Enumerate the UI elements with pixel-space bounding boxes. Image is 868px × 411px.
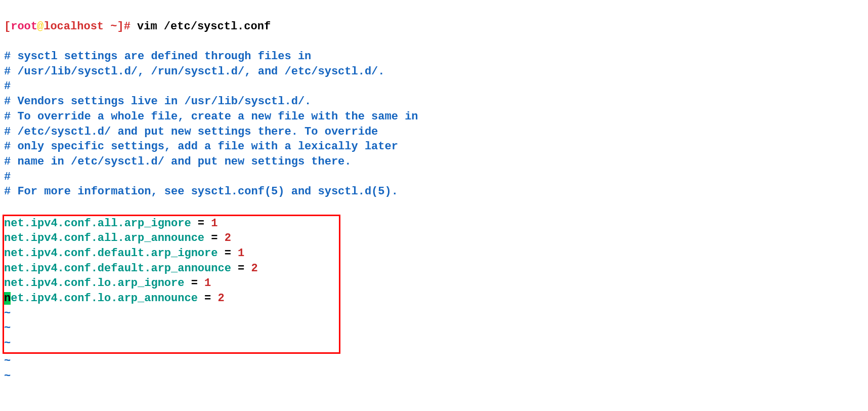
comment-line-9: # — [4, 171, 11, 183]
prompt-close-bracket: ] — [117, 20, 123, 33]
prompt-user: root — [11, 20, 37, 33]
comment-line-3: # — [4, 80, 11, 93]
vim-tilde: ~ — [4, 355, 11, 367]
comment-line-1: # sysctl settings are defined through fi… — [4, 50, 311, 63]
vim-tilde: ~ — [4, 307, 11, 320]
terminal-output[interactable]: [root@localhost ~]# vim /etc/sysctl.conf… — [4, 4, 864, 384]
conf-val-6: 2 — [218, 292, 224, 305]
prompt-line: [root@localhost ~]# vim /etc/sysctl.conf — [4, 20, 271, 33]
vim-tilde: ~ — [4, 337, 11, 350]
prompt-at: @ — [37, 20, 44, 33]
comment-line-4: # Vendors settings live in /usr/lib/sysc… — [4, 95, 311, 108]
prompt-hash: # — [124, 20, 137, 33]
conf-eq-4: = — [231, 262, 251, 275]
conf-key-5: net.ipv4.conf.lo.arp_ignore — [4, 277, 184, 290]
vim-cursor: n — [4, 292, 11, 305]
conf-key-6: et.ipv4.conf.lo.arp_announce — [11, 292, 198, 305]
comment-line-6: # /etc/sysctl.d/ and put new settings th… — [4, 126, 378, 138]
conf-key-3: net.ipv4.conf.default.arp_ignore — [4, 247, 218, 260]
vim-tilde: ~ — [4, 322, 11, 335]
conf-eq-5: = — [184, 277, 204, 290]
highlight-box: net.ipv4.conf.all.arp_ignore = 1 net.ipv… — [3, 215, 340, 354]
conf-val-1: 1 — [211, 217, 218, 230]
prompt-host: localhost — [44, 20, 104, 33]
conf-key-2: net.ipv4.conf.all.arp_announce — [4, 232, 204, 244]
conf-eq-3: = — [218, 247, 238, 260]
comment-line-8: # name in /etc/sysctl.d/ and put new set… — [4, 155, 352, 168]
conf-eq-1: = — [191, 217, 211, 230]
prompt-open-bracket: [ — [4, 20, 11, 33]
comment-line-2: # /usr/lib/sysctl.d/, /run/sysctl.d/, an… — [4, 65, 385, 78]
comment-line-5: # To override a whole file, create a new… — [4, 110, 418, 123]
conf-eq-2: = — [204, 232, 225, 244]
prompt-path: ~ — [104, 20, 117, 33]
vim-tilde: ~ — [4, 370, 11, 383]
command-text: vim /etc/sysctl.conf — [137, 20, 271, 33]
conf-eq-6: = — [198, 292, 218, 305]
conf-key-1: net.ipv4.conf.all.arp_ignore — [4, 217, 191, 230]
comment-line-10: # For more information, see sysctl.conf(… — [4, 185, 398, 198]
conf-val-5: 1 — [204, 277, 211, 290]
conf-val-4: 2 — [251, 262, 257, 275]
conf-val-2: 2 — [225, 232, 231, 244]
conf-val-3: 1 — [238, 247, 244, 260]
conf-key-4: net.ipv4.conf.default.arp_announce — [4, 262, 231, 275]
comment-line-7: # only specific settings, add a file wit… — [4, 140, 398, 153]
